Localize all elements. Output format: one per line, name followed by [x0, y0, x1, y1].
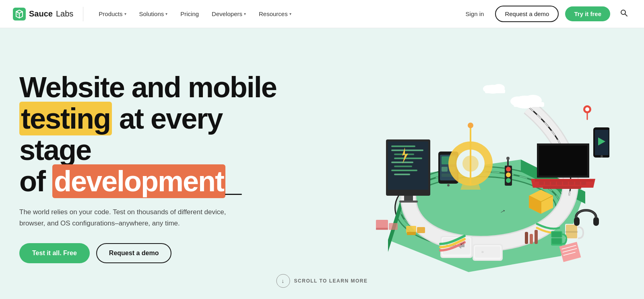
svg-rect-13	[391, 170, 417, 171]
svg-rect-41	[535, 180, 593, 181]
svg-rect-56	[565, 231, 578, 233]
svg-rect-83	[535, 230, 538, 244]
svg-rect-50	[543, 186, 581, 189]
svg-rect-76	[593, 217, 599, 226]
svg-rect-47	[569, 182, 574, 185]
svg-rect-46	[563, 182, 568, 185]
search-icon	[620, 9, 628, 17]
svg-rect-49	[581, 182, 586, 185]
navbar: SauceLabs Products ▾ Solutions ▾ Pricing…	[0, 0, 644, 28]
svg-rect-65	[475, 246, 500, 258]
hero-buttons: Test it all. Free Request a demo	[19, 243, 293, 263]
svg-point-30	[506, 167, 511, 172]
svg-rect-75	[574, 217, 580, 226]
highlight-development: development	[52, 164, 225, 198]
svg-rect-40	[407, 232, 416, 235]
nav-divider	[83, 7, 83, 21]
svg-rect-81	[525, 232, 528, 244]
svg-point-31	[506, 172, 511, 177]
hero-title: Website and mobile testing at every stag…	[19, 72, 293, 197]
svg-rect-7	[391, 145, 415, 147]
svg-rect-43	[545, 182, 550, 185]
svg-rect-33	[507, 160, 509, 167]
svg-rect-48	[575, 182, 580, 185]
nav-item-products[interactable]: Products ▾	[93, 7, 132, 20]
scroll-label: SCROLL TO LEARN MORE	[294, 278, 368, 284]
svg-rect-42	[539, 182, 544, 185]
saucelabs-logo-icon	[13, 8, 26, 20]
svg-rect-10	[394, 158, 422, 159]
brand-sauce: Sauce	[29, 9, 53, 18]
request-demo-button[interactable]: Request a demo	[495, 6, 559, 22]
nav-item-pricing[interactable]: Pricing	[175, 7, 204, 20]
svg-point-32	[506, 178, 511, 183]
hero-subtitle: The world relies on your code. Test on t…	[19, 207, 229, 228]
svg-rect-37	[389, 223, 398, 230]
scroll-cta: ↓ SCROLL TO LEARN MORE	[277, 274, 368, 288]
brand-labs: Labs	[56, 9, 73, 18]
try-free-button[interactable]: Try it free	[565, 6, 610, 21]
signin-link[interactable]: Sign in	[461, 7, 489, 20]
svg-point-34	[506, 157, 510, 160]
hero-illustration: enter =	[293, 47, 644, 280]
chevron-down-icon: ▾	[124, 12, 126, 16]
svg-rect-39	[417, 227, 425, 233]
svg-rect-8	[391, 150, 423, 151]
hero-content: Website and mobile testing at every stag…	[19, 64, 293, 263]
svg-rect-35	[376, 220, 388, 229]
svg-rect-16	[399, 201, 418, 203]
svg-rect-12	[394, 166, 412, 167]
nav-item-developers[interactable]: Developers ▾	[206, 7, 252, 20]
svg-rect-82	[530, 234, 533, 244]
scroll-down-icon: ↓	[277, 274, 290, 288]
chevron-down-icon: ▾	[289, 12, 291, 16]
svg-point-78	[585, 107, 589, 111]
svg-point-19	[447, 184, 450, 186]
hero-demo-button[interactable]: Request a demo	[96, 243, 172, 263]
svg-text:=: =	[481, 250, 484, 254]
nav-item-solutions[interactable]: Solutions ▾	[134, 7, 173, 20]
nav-right: Sign in Request a demo Try it free	[461, 6, 631, 22]
logo[interactable]: SauceLabs	[13, 8, 73, 20]
svg-rect-21	[442, 167, 448, 172]
svg-rect-44	[551, 182, 556, 185]
svg-rect-86	[551, 237, 562, 238]
svg-rect-70	[514, 102, 544, 107]
nav-links: Products ▾ Solutions ▾ Pricing Developer…	[93, 7, 460, 20]
svg-rect-14	[394, 174, 410, 175]
svg-point-53	[601, 155, 603, 158]
svg-rect-36	[376, 228, 388, 230]
hero-free-button[interactable]: Test it all. Free	[19, 243, 90, 263]
hero-section: Website and mobile testing at every stag…	[0, 28, 644, 299]
cursor: _	[225, 165, 241, 197]
svg-rect-11	[391, 162, 413, 163]
chevron-down-icon: ▾	[244, 12, 246, 16]
search-button[interactable]	[617, 6, 631, 22]
isometric-scene: enter =	[328, 47, 609, 280]
svg-point-28	[468, 123, 473, 128]
nav-item-resources[interactable]: Resources ▾	[253, 7, 297, 20]
svg-rect-45	[557, 182, 562, 185]
svg-rect-74	[485, 89, 505, 93]
highlight-testing: testing	[19, 102, 112, 135]
chevron-down-icon: ▾	[165, 12, 167, 16]
